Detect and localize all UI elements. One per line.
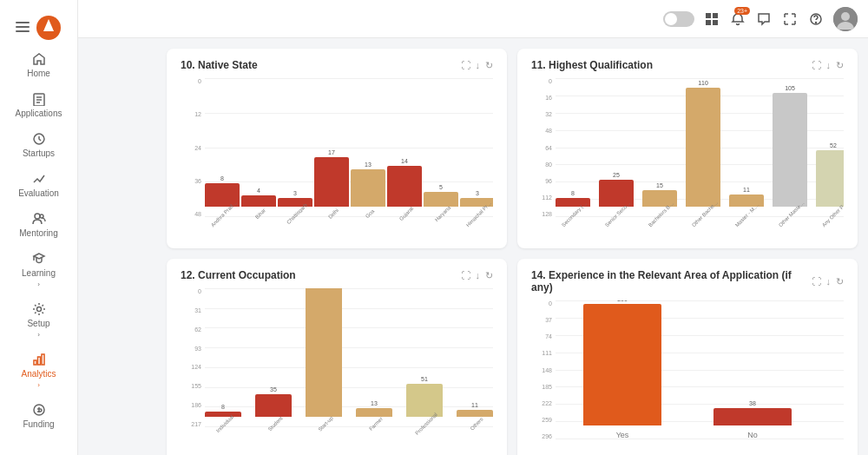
expand-co-icon[interactable]: ⛶ [461, 270, 470, 280]
card-actions-exp: ⛶ ↓ ↻ [812, 276, 845, 287]
bar-any-other-profession: 52Any Other Profession... [816, 142, 844, 217]
bar-andhra: 8Andhra Pradesh [205, 175, 240, 217]
sidebar-item-startups[interactable]: Startups [0, 125, 77, 165]
sidebar-item-mentoring-label: Mentoring [19, 228, 57, 238]
bar-other-bachelor: 110Other Bachelor Degre... [686, 80, 720, 217]
card-header-exp: 14. Experience in the Relevant Area of A… [531, 269, 844, 293]
bar-startup: 217Start-up [306, 288, 342, 427]
expand-hq-icon[interactable]: ⛶ [812, 60, 821, 70]
sidebar-item-analytics-label: Analytics [21, 369, 56, 379]
svg-rect-17 [713, 13, 718, 18]
chat-icon[interactable] [755, 10, 773, 28]
help-icon[interactable] [807, 10, 825, 28]
app-logo [35, 14, 62, 42]
svg-rect-13 [37, 357, 40, 365]
sidebar-item-learning-label: Learning [22, 268, 56, 278]
download-co-icon[interactable]: ↓ [476, 270, 481, 280]
chart-experience: 14. Experience in the Relevant Area of A… [517, 259, 858, 455]
download-exp-icon[interactable]: ↓ [826, 276, 832, 287]
sidebar-item-evaluation-label: Evaluation [18, 188, 59, 198]
expand-exp-icon[interactable]: ⛶ [812, 276, 821, 287]
card-actions-hq: ⛶ ↓ ↻ [812, 60, 845, 71]
chart-current-occupation: 12. Current Occupation ⛶ ↓ ↻ 217 186 155… [167, 259, 507, 455]
svg-rect-14 [42, 354, 44, 365]
sidebar: Home Applications Startups Evaluation Me… [0, 0, 78, 455]
bar-farmer: 13Farmer [356, 400, 392, 427]
refresh-hq-icon[interactable]: ↻ [836, 60, 844, 71]
sidebar-item-learning[interactable]: Learning › [0, 245, 77, 295]
svg-point-23 [841, 12, 850, 21]
bar-master-msc: 11Master - M.Sc. Agri... [729, 187, 764, 217]
bar-other-master: 105Other Master Degrees... [773, 85, 807, 217]
hamburger-icon[interactable] [16, 20, 30, 36]
download-chart-icon[interactable]: ↓ [476, 60, 481, 70]
download-hq-icon[interactable]: ↓ [826, 60, 832, 70]
chart-title-exp: 14. Experience in the Relevant Area of A… [531, 269, 812, 293]
sidebar-item-evaluation[interactable]: Evaluation [0, 165, 77, 205]
svg-rect-1 [16, 26, 30, 28]
grid-icon[interactable] [703, 10, 720, 28]
sidebar-item-analytics[interactable]: Analytics › [0, 346, 77, 396]
sidebar-item-home[interactable]: Home [0, 45, 77, 85]
chart-title-co: 12. Current Occupation [181, 269, 296, 281]
sidebar-item-funding[interactable]: Funding [0, 396, 77, 436]
sidebar-top [0, 7, 77, 45]
exp-chart: 296 259 222 185 148 111 74 37 0 260Yes 3… [531, 300, 844, 455]
sidebar-item-applications[interactable]: Applications [0, 85, 77, 125]
main-content: 10. Native State ⛶ ↓ ↻ 48 36 24 12 0 [156, 38, 868, 455]
sidebar-item-setup-label: Setup [27, 319, 49, 328]
expand-icon[interactable] [781, 10, 799, 28]
hq-chart: 128 112 96 80 64 48 32 16 0 8Secondary (… [531, 78, 844, 234]
sidebar-item-startups-label: Startups [23, 148, 55, 158]
bar-goa: 13Goa [351, 162, 385, 217]
y-axis-native-state: 48 36 24 12 0 [181, 78, 205, 217]
bar-senior-secondary: 25Senior Secondary (12... [599, 172, 634, 217]
svg-point-9 [35, 214, 40, 219]
theme-toggle[interactable] [663, 11, 694, 27]
card-header-native-state: 10. Native State ⛶ ↓ ↻ [181, 59, 493, 71]
bar-bachelors-bsc: 15Bachelors B.Sc. Agri... [642, 182, 677, 217]
bar-delhi: 17Delhi [314, 149, 349, 217]
refresh-co-icon[interactable]: ↻ [485, 270, 493, 281]
y-axis-hq: 128 112 96 80 64 48 32 16 0 [531, 78, 556, 217]
notification-badge: 23+ [734, 7, 750, 15]
refresh-exp-icon[interactable]: ↻ [836, 276, 844, 287]
sidebar-item-setup[interactable]: Setup › [0, 295, 77, 346]
svg-point-11 [36, 307, 41, 312]
expand-chart-icon[interactable]: ⛶ [461, 60, 470, 70]
y-axis-co: 217 186 155 124 93 62 31 0 [181, 288, 205, 427]
bar-professional: 51Professional [406, 376, 443, 427]
bar-student: 35Student [255, 386, 292, 427]
bar-hp: 3Himachal Pradesh [460, 190, 493, 217]
svg-rect-2 [16, 30, 30, 32]
svg-rect-19 [713, 20, 718, 25]
native-state-chart: 48 36 24 12 0 8Andhra Pradesh 4Bihar 3Ch… [181, 78, 493, 234]
bar-secondary: 8Secondary (10th or e... [556, 190, 590, 217]
bar-haryana: 5Haryana [424, 184, 458, 217]
sidebar-item-funding-label: Funding [23, 419, 54, 429]
refresh-chart-icon[interactable]: ↻ [485, 60, 493, 71]
chart-native-state: 10. Native State ⛶ ↓ ↻ 48 36 24 12 0 [167, 49, 507, 248]
topbar: 23+ [78, 0, 868, 38]
svg-rect-16 [706, 13, 711, 18]
sidebar-item-mentoring[interactable]: Mentoring [0, 205, 77, 245]
co-chart: 217 186 155 124 93 62 31 0 8Individual 3… [181, 288, 493, 445]
chart-title-native-state: 10. Native State [181, 59, 258, 71]
svg-rect-0 [16, 22, 30, 23]
svg-rect-18 [706, 20, 711, 25]
card-actions-co: ⛶ ↓ ↻ [461, 270, 494, 281]
svg-point-21 [816, 22, 817, 23]
bar-individual: 8Individual [205, 404, 241, 427]
bar-yes: 260Yes [583, 300, 661, 439]
bar-bihar: 4Bihar [241, 188, 276, 217]
sidebar-item-applications-label: Applications [16, 109, 62, 118]
avatar[interactable] [833, 7, 858, 31]
bar-gujarat: 14Gujarat [387, 158, 422, 217]
chart-title-hq: 11. Highest Qualification [531, 59, 653, 71]
bell-icon[interactable]: 23+ [729, 10, 746, 28]
card-header-co: 12. Current Occupation ⛶ ↓ ↻ [181, 269, 493, 281]
bar-chattisgarh: 3Chattisgarh [278, 190, 312, 217]
bar-no: 38No [713, 400, 792, 439]
y-axis-exp: 296 259 222 185 148 111 74 37 0 [531, 300, 556, 439]
sidebar-item-home-label: Home [27, 69, 50, 78]
